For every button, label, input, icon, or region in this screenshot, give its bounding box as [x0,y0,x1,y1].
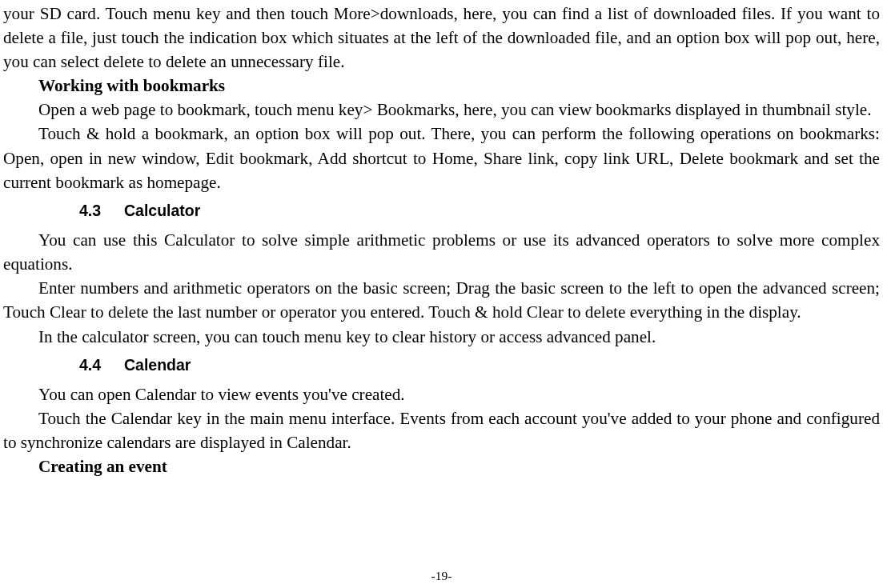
body-paragraph: In the calculator screen, you can touch … [3,325,880,349]
body-paragraph: Touch the Calendar key in the main menu … [3,406,880,454]
section-subtitle: Creating an event [3,454,880,478]
section-subtitle: Working with bookmarks [3,74,880,98]
section-heading-calculator: 4.3Calculator [3,194,880,228]
body-paragraph: You can open Calendar to view events you… [3,382,880,406]
section-number: 4.4 [79,356,124,374]
body-paragraph: Touch & hold a bookmark, an option box w… [3,122,880,194]
body-paragraph: your SD card. Touch menu key and then to… [3,2,880,74]
section-number: 4.3 [79,202,124,220]
section-heading-calendar: 4.4Calendar [3,349,880,382]
page-content: your SD card. Touch menu key and then to… [3,2,880,478]
body-paragraph: You can use this Calculator to solve sim… [3,228,880,276]
body-paragraph: Open a web page to bookmark, touch menu … [3,98,880,122]
page-number: -19- [0,569,883,583]
section-title: Calendar [124,356,191,374]
section-title: Calculator [124,202,200,219]
body-paragraph: Enter numbers and arithmetic operators o… [3,276,880,324]
